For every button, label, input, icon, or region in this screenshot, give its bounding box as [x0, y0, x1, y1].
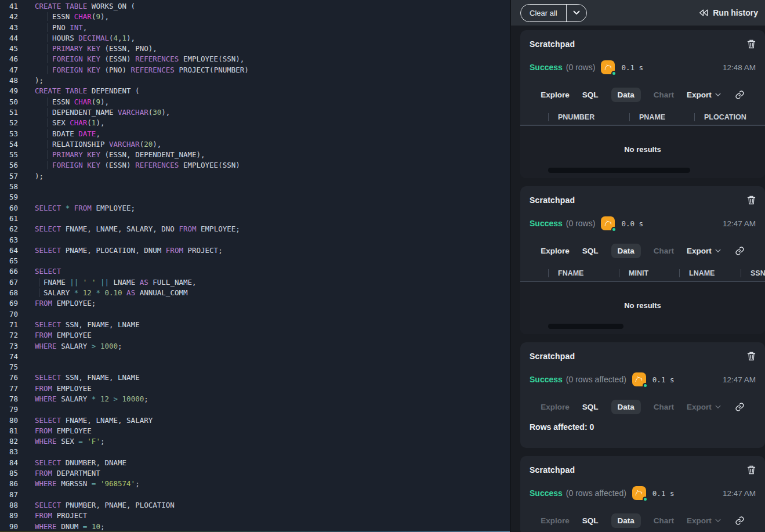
copy-link-button[interactable]	[735, 246, 745, 256]
code-line: 84SELECT DNUMBER, DNAME	[0, 458, 510, 468]
code-line: 43 PNO INT,	[0, 23, 510, 33]
tab-data[interactable]: Data	[611, 513, 641, 528]
horizontal-scrollbar-thumb[interactable]	[548, 168, 690, 173]
line-number: 75	[0, 362, 18, 372]
delete-card-button[interactable]	[747, 39, 756, 49]
line-number: 63	[0, 235, 18, 245]
code-line: 77FROM EMPLOYEE	[0, 383, 510, 394]
line-number: 45	[0, 44, 18, 54]
tab-sql[interactable]: SQL	[582, 91, 599, 99]
line-number: 52	[0, 118, 18, 128]
line-number: 62	[0, 224, 18, 234]
column-header: PNAME	[629, 113, 694, 121]
database-connection-icon	[601, 216, 615, 230]
code-line: 85FROM DEPARTMENT	[0, 468, 510, 479]
line-number: 56	[0, 160, 18, 171]
export-dropdown: Export	[687, 516, 721, 525]
delete-card-button[interactable]	[747, 465, 756, 475]
line-number: 67	[0, 277, 18, 288]
history-card: Scratchpad Success (0 rows)	[520, 186, 765, 334]
line-number: 43	[0, 23, 18, 33]
card-title: Scratchpad	[530, 196, 575, 205]
code-text: CREATE TABLE DEPENDENT (	[18, 86, 140, 96]
code-text: FOREIGN KEY (ESSN) REFERENCES EMPLOYEE(S…	[18, 160, 240, 171]
line-number: 80	[0, 415, 18, 426]
export-dropdown[interactable]: Export	[687, 247, 721, 255]
code-line: 57);	[0, 171, 510, 182]
tab-sql[interactable]: SQL	[582, 516, 599, 525]
result-table-body: No results	[520, 281, 765, 334]
database-connection-icon	[632, 486, 646, 500]
code-text: SELECT SSN, FNAME, LNAME	[18, 320, 140, 330]
line-number: 86	[0, 479, 18, 489]
code-line: 53 BDATE DATE,	[0, 129, 510, 139]
delete-card-button[interactable]	[747, 352, 756, 361]
line-number: 55	[0, 150, 18, 160]
line-number: 41	[0, 1, 18, 12]
line-number: 84	[0, 458, 18, 468]
copy-link-button[interactable]	[735, 516, 745, 526]
export-dropdown: Export	[687, 403, 721, 411]
sql-editor[interactable]: 41CREATE TABLE WORKS_ON (42 ESSN CHAR(9)…	[0, 0, 511, 532]
code-line: 86WHERE MGRSSN = '968574';	[0, 479, 510, 489]
line-number: 77	[0, 383, 18, 394]
tab-data[interactable]: Data	[611, 244, 641, 258]
tab-explore[interactable]: Explore	[541, 91, 570, 99]
tab-data[interactable]: Data	[611, 400, 641, 414]
code-line: 64SELECT PNAME, PLOCATION, DNUM FROM PRO…	[0, 245, 510, 256]
code-line: 75	[0, 362, 510, 372]
line-number: 72	[0, 330, 18, 341]
code-line: 78WHERE SALARY * 12 > 10000;	[0, 394, 510, 404]
run-history-toggle[interactable]: Run history	[698, 8, 758, 17]
export-dropdown[interactable]: Export	[687, 91, 721, 99]
tab-explore: Explore	[541, 403, 570, 411]
line-number: 78	[0, 394, 18, 404]
copy-link-button[interactable]	[735, 90, 745, 100]
line-number: 46	[0, 54, 18, 64]
code-text: PRIMARY KEY (ESSN, DEPENDENT_NAME),	[18, 150, 205, 160]
tab-explore[interactable]: Explore	[541, 247, 570, 255]
horizontal-scrollbar-thumb[interactable]	[548, 324, 623, 329]
result-table-header: PNUMBER PNAME PLOCATION	[520, 110, 765, 125]
code-line: 72FROM EMPLOYEE	[0, 330, 510, 341]
line-number: 88	[0, 500, 18, 511]
run-history-header: Clear all Run history	[511, 0, 765, 26]
line-number: 65	[0, 256, 18, 266]
code-line: 83	[0, 447, 510, 457]
line-number: 54	[0, 139, 18, 150]
code-line: 54 RELATIONSHIP VARCHAR(20),	[0, 139, 510, 150]
tab-sql[interactable]: SQL	[582, 247, 599, 255]
code-line: 41CREATE TABLE WORKS_ON (	[0, 1, 510, 12]
code-line: 65	[0, 256, 510, 266]
code-line: 68 SALARY * 12 * 0.10 AS ANNUAL_COMM	[0, 288, 510, 298]
database-connection-icon	[601, 60, 615, 74]
code-text: );	[18, 75, 43, 86]
code-line: 46 FOREIGN KEY (ESSN) REFERENCES EMPLOYE…	[0, 54, 510, 64]
tab-data[interactable]: Data	[611, 88, 641, 102]
status-badge: Success	[530, 488, 563, 498]
line-number: 83	[0, 447, 18, 457]
code-line: 66SELECT	[0, 266, 510, 277]
code-line: 58	[0, 182, 510, 192]
delete-card-button[interactable]	[747, 196, 756, 205]
clear-all-dropdown-button[interactable]	[567, 5, 586, 21]
line-number: 87	[0, 490, 18, 500]
line-number: 53	[0, 129, 18, 139]
copy-link-button[interactable]	[735, 402, 745, 412]
result-table-header: FNAME MINIT LNAME SSN	[520, 266, 765, 281]
code-text: SELECT FNAME, LNAME, SALARY	[18, 415, 153, 426]
code-line: 47 FOREIGN KEY (PNO) REFERENCES PROJECT(…	[0, 65, 510, 75]
code-text: DEPENDENT_NAME VARCHAR(30),	[18, 107, 170, 118]
code-text	[18, 352, 35, 362]
clear-all-button[interactable]: Clear all	[521, 5, 566, 21]
code-text	[18, 256, 35, 266]
line-number: 64	[0, 245, 18, 256]
rewind-icon	[698, 9, 709, 17]
code-text: SELECT FNAME, LNAME, SALARY, DNO FROM EM…	[18, 224, 240, 234]
status-badge: Success	[530, 219, 563, 228]
line-number: 44	[0, 33, 18, 44]
code-text: FROM EMPLOYEE	[18, 383, 92, 394]
tab-sql[interactable]: SQL	[582, 403, 599, 411]
chain-link-icon	[735, 90, 745, 100]
code-line: 67 FNAME || ' ' || LNAME AS FULL_NAME,	[0, 277, 510, 288]
